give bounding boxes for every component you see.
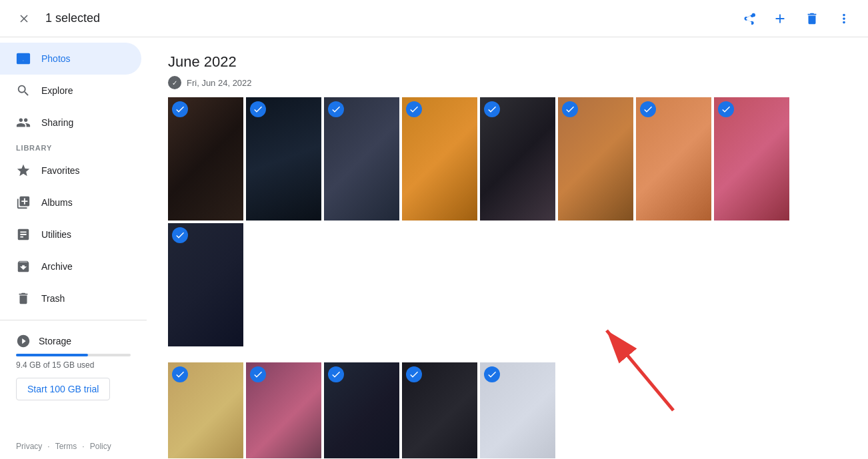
trash-icon (16, 291, 31, 306)
photos-icon (16, 51, 31, 66)
more-button[interactable] (831, 5, 857, 32)
library-section-label: LIBRARY (0, 139, 147, 155)
footer-dot-1: · (47, 442, 49, 451)
photo-check-10 (172, 366, 188, 382)
sidebar-favorites-label: Favorites (41, 165, 80, 176)
date-check-icon: ✓ (168, 76, 181, 89)
sidebar-albums-label: Albums (41, 197, 73, 208)
sidebar-sharing-label: Sharing (41, 117, 73, 128)
date-text-june2022: Fri, Jun 24, 2022 (187, 78, 252, 88)
photo-item-11[interactable] (246, 362, 321, 458)
sidebar-item-albums[interactable]: Albums (0, 187, 141, 219)
photo-check-11 (250, 366, 266, 382)
footer-dot-2: · (82, 442, 84, 451)
sidebar-item-explore[interactable]: Explore (0, 75, 141, 107)
storage-section: Storage 9.4 GB of 15 GB used Start 100 G… (0, 326, 147, 408)
selected-count: 1 selected (45, 11, 735, 25)
section-date-june2022: ✓ Fri, Jun 24, 2022 (168, 76, 847, 89)
photo-check-12 (328, 366, 344, 382)
main-layout: Photos Explore Sharing LIBRARY Favorites (0, 37, 868, 458)
storage-text: Storage (39, 336, 71, 346)
close-button[interactable] (11, 5, 37, 32)
start-trial-button[interactable]: Start 100 GB trial (16, 378, 110, 400)
sidebar-photos-label: Photos (41, 53, 71, 64)
photo-check-6 (562, 101, 578, 117)
photo-item-4[interactable] (402, 97, 477, 221)
sidebar-explore-label: Explore (41, 85, 73, 96)
photo-check-2 (250, 101, 266, 117)
sidebar: Photos Explore Sharing LIBRARY Favorites (0, 37, 147, 458)
photo-check-9 (172, 227, 188, 243)
photo-check-3 (328, 101, 344, 117)
delete-button[interactable] (799, 5, 825, 32)
header: 1 selected (0, 0, 868, 37)
section-june2022: June 2022 ✓ Fri, Jun 24, 2022 (168, 53, 847, 458)
sidebar-archive-label: Archive (41, 261, 73, 272)
photo-check-5 (484, 101, 500, 117)
storage-bar-fill (16, 354, 88, 356)
sidebar-item-sharing[interactable]: Sharing (0, 107, 141, 139)
photo-check-7 (640, 101, 656, 117)
photo-check-4 (406, 101, 422, 117)
storage-icon (16, 334, 31, 348)
photo-item-1[interactable] (168, 97, 243, 221)
sidebar-utilities-label: Utilities (41, 229, 71, 240)
sidebar-item-archive[interactable]: Archive (0, 250, 141, 282)
photo-item-6[interactable] (558, 97, 633, 221)
add-button[interactable] (767, 5, 793, 32)
utilities-icon (16, 227, 31, 242)
albums-icon (16, 195, 31, 210)
header-action-buttons (735, 5, 857, 32)
storage-bar-background (16, 354, 131, 356)
sidebar-trash-label: Trash (41, 293, 65, 304)
section-title-june2022: June 2022 (168, 53, 847, 71)
photo-item-10[interactable] (168, 362, 243, 458)
main-content: June 2022 ✓ Fri, Jun 24, 2022 (147, 37, 868, 458)
photo-item-5[interactable] (480, 97, 555, 221)
terms-link[interactable]: Terms (55, 442, 77, 451)
photo-check-13 (406, 366, 422, 382)
photo-grid-row2 (168, 362, 847, 458)
photo-item-7[interactable] (636, 97, 711, 221)
sidebar-item-trash[interactable]: Trash (0, 282, 141, 314)
sidebar-item-favorites[interactable]: Favorites (0, 155, 141, 187)
sidebar-item-utilities[interactable]: Utilities (0, 219, 141, 250)
archive-icon (16, 259, 31, 274)
photo-item-14[interactable] (480, 362, 555, 458)
photo-item-3[interactable] (324, 97, 399, 221)
photo-grid-row1 (168, 97, 847, 346)
photo-check-14 (484, 366, 500, 382)
photo-item-13[interactable] (402, 362, 477, 458)
footer-links: Privacy · Terms · Policy (0, 436, 147, 459)
explore-icon (16, 83, 31, 98)
photo-item-2[interactable] (246, 97, 321, 221)
sharing-icon (16, 115, 31, 130)
photo-check-1 (172, 101, 188, 117)
storage-used-text: 9.4 GB of 15 GB used (16, 360, 131, 370)
sidebar-divider (0, 320, 147, 320)
privacy-link[interactable]: Privacy (16, 442, 42, 451)
policy-link[interactable]: Policy (90, 442, 111, 451)
photo-item-8[interactable] (714, 97, 789, 221)
sidebar-item-photos[interactable]: Photos (0, 43, 141, 75)
photo-item-12[interactable] (324, 362, 399, 458)
share-button[interactable] (735, 5, 761, 32)
favorites-icon (16, 163, 31, 178)
photo-item-9[interactable] (168, 223, 243, 346)
storage-label: Storage (16, 334, 131, 348)
photo-check-8 (718, 101, 734, 117)
